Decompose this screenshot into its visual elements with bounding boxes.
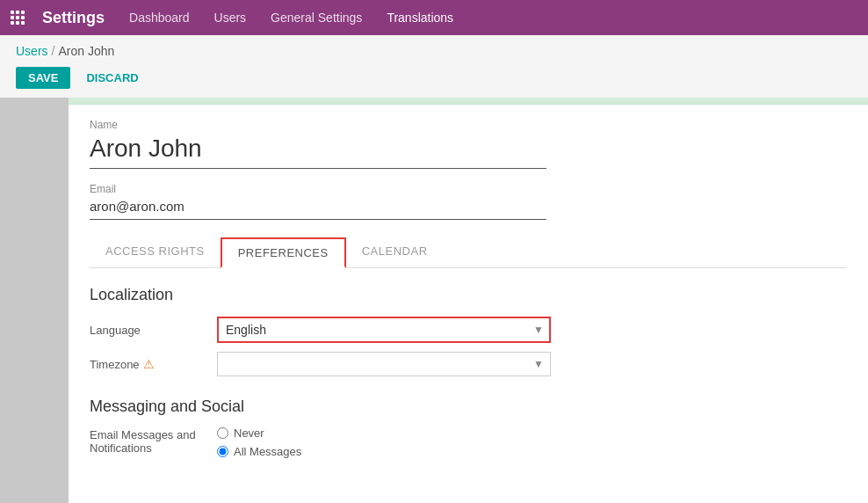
action-bar: SAVE DISCARD bbox=[0, 63, 868, 98]
tab-access-rights[interactable]: ACCESS RIGHTS bbox=[90, 237, 221, 267]
timezone-row: Timezone ⚠ ▼ bbox=[90, 352, 847, 376]
grid-dots bbox=[11, 11, 25, 25]
tabs: ACCESS RIGHTS PREFERENCES CALENDAR bbox=[90, 237, 847, 268]
topbar: Settings Dashboard Users General Setting… bbox=[0, 0, 868, 35]
nav-translations[interactable]: Translations bbox=[387, 11, 453, 25]
timezone-select-wrapper: ▼ bbox=[217, 352, 551, 376]
name-field-value: Aron John bbox=[90, 135, 546, 169]
top-nav: Dashboard Users General Settings Transla… bbox=[129, 11, 453, 25]
tab-preferences[interactable]: PREFERENCES bbox=[221, 237, 346, 268]
localization-heading: Localization bbox=[90, 286, 847, 304]
breadcrumb-parent[interactable]: Users bbox=[16, 44, 48, 58]
radio-group: Never All Messages bbox=[217, 426, 568, 458]
timezone-warning-icon: ⚠ bbox=[143, 357, 155, 371]
radio-never[interactable] bbox=[217, 427, 228, 439]
form-area: Name Aron John Email aron@aron.com ACCES… bbox=[69, 105, 868, 481]
timezone-control: ▼ bbox=[217, 352, 568, 376]
nav-general-settings[interactable]: General Settings bbox=[271, 11, 362, 25]
radio-all-messages[interactable] bbox=[217, 446, 228, 457]
nav-users[interactable]: Users bbox=[214, 11, 247, 25]
discard-button[interactable]: DISCARD bbox=[77, 67, 147, 89]
notifications-label: Email Messages and Notifications bbox=[90, 426, 217, 455]
notifications-control: Never All Messages bbox=[217, 426, 568, 458]
radio-never-label: Never bbox=[234, 426, 264, 440]
language-select[interactable]: English bbox=[217, 317, 551, 343]
notifications-row: Email Messages and Notifications Never A… bbox=[90, 426, 847, 458]
save-button[interactable]: SAVE bbox=[16, 67, 70, 89]
language-select-wrapper: English ▼ bbox=[217, 317, 551, 343]
name-field-label: Name bbox=[90, 119, 847, 131]
language-row: Language English ▼ bbox=[90, 317, 847, 343]
email-field-value: aron@aron.com bbox=[90, 199, 546, 220]
breadcrumb: Users / Aron John bbox=[0, 35, 868, 63]
indicator-bar bbox=[69, 98, 868, 105]
main-wrapper: Name Aron John Email aron@aron.com ACCES… bbox=[0, 98, 868, 503]
language-label: Language bbox=[90, 324, 217, 337]
timezone-select[interactable] bbox=[217, 352, 551, 376]
radio-all-row[interactable]: All Messages bbox=[217, 445, 568, 458]
content-area: Name Aron John Email aron@aron.com ACCES… bbox=[69, 98, 868, 503]
radio-all-label: All Messages bbox=[234, 445, 301, 458]
tab-calendar[interactable]: CALENDAR bbox=[346, 237, 444, 267]
sidebar bbox=[0, 98, 69, 503]
language-control: English ▼ bbox=[217, 317, 568, 343]
messaging-heading: Messaging and Social bbox=[90, 397, 847, 416]
app-title: Settings bbox=[42, 9, 105, 27]
nav-dashboard[interactable]: Dashboard bbox=[129, 11, 190, 25]
apps-grid-icon[interactable] bbox=[11, 11, 32, 25]
radio-never-row[interactable]: Never bbox=[217, 426, 568, 440]
timezone-label: Timezone ⚠ bbox=[90, 357, 217, 371]
breadcrumb-separator: / bbox=[52, 44, 55, 58]
email-field-label: Email bbox=[90, 183, 847, 195]
breadcrumb-current: Aron John bbox=[58, 44, 114, 58]
